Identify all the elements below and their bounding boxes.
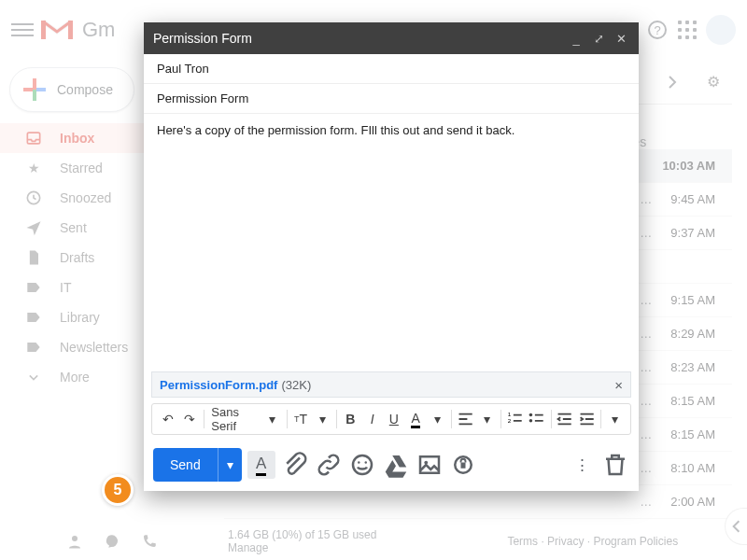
time: 10:03 AM [662,159,715,173]
underline-icon[interactable]: U [384,407,403,431]
hangouts-icon[interactable] [104,533,120,550]
subject-field[interactable]: Permission Form [144,84,639,114]
svg-point-11 [353,455,372,474]
chevron-down-icon[interactable]: ▾ [477,407,497,431]
svg-rect-1 [68,21,73,39]
italic-icon[interactable]: I [362,407,382,431]
compose-titlebar[interactable]: Permission Form _ ⤢ ✕ [144,22,639,54]
clock-icon [24,189,43,207]
body-editor[interactable]: Here's a copy of the permission form. FI… [144,114,639,366]
nav-label: Drafts [60,250,94,265]
phone-icon[interactable] [141,533,158,550]
undo-icon[interactable]: ↶ [158,407,177,431]
time: 8:29 AM [670,327,715,341]
time: 8:15 AM [670,394,715,408]
svg-text:?: ? [654,23,660,37]
nav-label: Snoozed [60,190,111,205]
svg-rect-17 [460,463,465,469]
support-icon[interactable]: ? [646,19,669,41]
nav-label: Library [60,310,100,325]
emoji-icon[interactable] [348,451,376,479]
side-panel-toggle[interactable] [725,508,747,545]
attachment-size: (32K) [281,378,311,392]
formatting-toolbar: ↶ ↷ Sans Serif ▾ TT ▾ B I U A ▾ ▾ 12 ▾ [151,403,631,435]
chevron-down-icon[interactable]: ▾ [313,407,332,431]
footer-links[interactable]: Terms · Privacy · Program Policies [376,535,747,548]
svg-point-13 [364,461,367,464]
bold-icon[interactable]: B [341,407,360,431]
gmail-logo-text: Gm [82,18,115,42]
annotation-badge: 5 [102,474,134,506]
compose-window: Permission Form _ ⤢ ✕ Paul Tron Permissi… [144,22,639,491]
label-icon [24,338,43,357]
time: 9:15 AM [670,293,715,307]
svg-point-6 [72,536,78,541]
star-icon: ★ [24,159,43,177]
to-field[interactable]: Paul Tron [144,54,639,84]
drafts-icon [24,248,43,267]
plus-icon [23,78,46,101]
more-options-icon[interactable]: ⋮ [568,451,596,479]
nav-label: More [60,370,90,385]
nav-label: Sent [60,220,87,235]
settings-icon[interactable]: ⚙ [702,71,725,93]
chevron-down-icon [24,368,43,386]
discard-icon[interactable] [601,451,629,479]
confidential-icon[interactable] [449,451,477,479]
compose-button[interactable]: Compose [9,67,134,112]
indent-less-icon[interactable] [555,407,574,431]
nav-label: IT [60,280,71,295]
sent-icon [24,218,43,237]
apps-icon[interactable] [676,19,698,41]
redo-icon[interactable]: ↷ [179,407,199,431]
remove-attachment-icon[interactable]: × [614,377,623,393]
time: 8:15 AM [670,427,715,441]
send-label: Send [153,457,218,472]
font-select[interactable]: Sans Serif [207,405,261,433]
attachment-chip[interactable]: PermissionForm.pdf (32K) × [151,371,631,398]
text-color-icon[interactable]: A [405,407,425,431]
ordered-list-icon[interactable]: 12 [505,407,525,431]
link-icon[interactable] [315,451,343,479]
inbox-icon [24,129,43,147]
next-page-icon[interactable] [661,71,684,93]
label-icon [24,278,43,297]
time: 9:37 AM [670,226,715,240]
account-avatar[interactable] [706,15,736,45]
time: 9:45 AM [670,192,715,206]
chevron-down-icon[interactable]: ▾ [428,407,447,431]
svg-rect-0 [41,21,46,39]
time: 8:10 AM [670,461,715,475]
send-button[interactable]: Send ▾ [153,448,242,482]
manage-link[interactable]: Manage [228,541,376,554]
svg-point-10 [529,419,533,423]
svg-text:2: 2 [508,417,512,424]
menu-icon[interactable] [11,19,34,41]
person-icon[interactable] [66,533,83,550]
gmail-logo-icon [41,18,73,42]
bullet-list-icon[interactable] [527,407,546,431]
label-icon [24,308,43,327]
attachment-name: PermissionForm.pdf [160,378,277,392]
storage-text: 1.64 GB (10%) of 15 GB used [228,528,376,541]
compose-title: Permission Form [153,31,252,46]
fullscreen-icon[interactable]: ⤢ [590,30,607,47]
send-options-icon[interactable]: ▾ [218,448,242,482]
drive-icon[interactable] [382,451,410,479]
minimize-icon[interactable]: _ [568,30,585,47]
font-size-icon[interactable]: TT [290,407,310,431]
chevron-down-icon[interactable]: ▾ [605,407,625,431]
svg-rect-14 [420,456,439,473]
compose-actions: Send ▾ A ⋮ [144,439,639,491]
indent-more-icon[interactable] [577,407,597,431]
align-icon[interactable] [456,407,475,431]
compose-label: Compose [57,82,113,97]
chevron-down-icon[interactable]: ▾ [262,407,282,431]
nav-label: Inbox [60,131,94,146]
image-icon[interactable] [416,451,444,479]
attach-icon[interactable] [281,451,309,479]
footer: 1.64 GB (10%) of 15 GB used Manage Terms… [0,523,747,560]
formatting-toggle-icon[interactable]: A [247,451,275,479]
close-icon[interactable]: ✕ [613,30,629,47]
time: 2:00 AM [670,495,715,509]
